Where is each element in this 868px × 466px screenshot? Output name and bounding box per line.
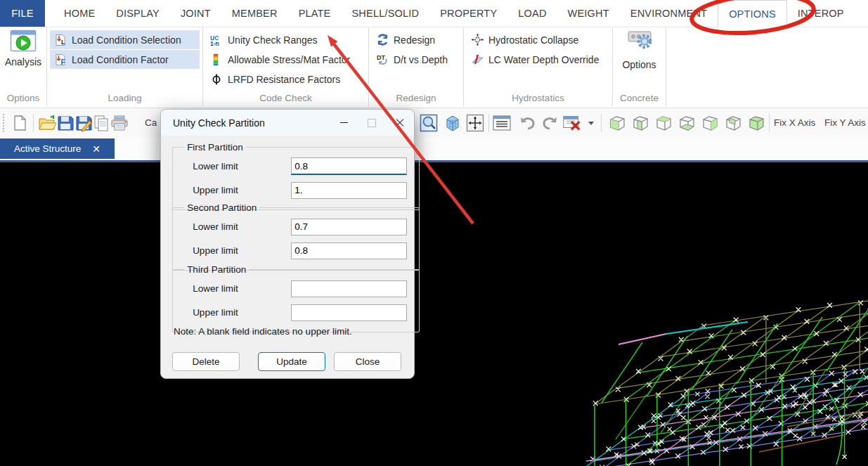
load-condition-factor-label: Load Condition Factor	[72, 54, 169, 65]
group-label-concrete: Concrete	[613, 93, 666, 103]
ribbon-group-hydrostatics: Hydrostatic Collapse LC Water Depth Over…	[464, 27, 613, 106]
print-icon[interactable]	[110, 113, 129, 133]
close-button[interactable]: Close	[334, 352, 401, 371]
unity-check-ranges-button[interactable]: UC 1-n Unity Check Ranges	[206, 30, 365, 49]
camera-label-partial: Ca	[145, 117, 157, 128]
load-condition-factor-button[interactable]: F Load Condition Factor	[50, 50, 200, 69]
first-upper-limit-input[interactable]	[291, 182, 407, 199]
second-upper-limit-input[interactable]	[291, 242, 407, 259]
report-icon[interactable]	[492, 113, 512, 133]
first-lower-limit-input[interactable]	[291, 157, 407, 175]
ribbon-group-loading: L Load Condition Selection F Load Condit…	[47, 27, 203, 106]
load-condition-selection-icon: L	[53, 33, 67, 47]
tab-options[interactable]: OPTIONS	[718, 0, 787, 27]
close-tab-icon[interactable]: ✕	[92, 143, 101, 155]
delete-button[interactable]: Delete	[172, 352, 240, 371]
load-condition-selection-button[interactable]: L Load Condition Selection	[50, 30, 200, 49]
view-cube-iso[interactable]	[746, 113, 766, 133]
unity-check-ranges-label: Unity Check Ranges	[228, 34, 318, 46]
tab-member[interactable]: MEMBER	[221, 0, 288, 27]
maximize-icon[interactable]	[358, 110, 386, 136]
open-file-icon[interactable]	[37, 113, 57, 133]
lrfd-factors-label: LRFD Resistance Factors	[228, 74, 340, 85]
dialog-title-bar[interactable]: Unity Check Partition	[161, 110, 414, 136]
view-cube-bottom[interactable]	[677, 113, 697, 133]
view-cube-top[interactable]	[654, 113, 673, 133]
unity-check-ranges-icon: UC 1-n	[209, 33, 224, 47]
view-tab-strip: Active Structure ✕	[0, 138, 868, 162]
hydrostatic-collapse-icon	[470, 33, 484, 47]
undo-icon[interactable]	[518, 113, 538, 133]
lc-water-depth-label: LC Water Depth Override	[488, 54, 599, 65]
third-upper-limit-label: Upper limit	[180, 307, 291, 318]
view-cube-front[interactable]	[630, 113, 650, 133]
tab-property[interactable]: PROPERTY	[429, 0, 507, 27]
third-lower-limit-input[interactable]	[291, 280, 407, 297]
tab-weight[interactable]: WEIGHT	[557, 0, 620, 27]
solid-view-icon[interactable]	[442, 113, 462, 133]
hydrostatic-collapse-button[interactable]: Hydrostatic Collapse	[467, 30, 609, 49]
ribbon-tab-bar: FILE HOME DISPLAY JOINT MEMBER PLATE SHE…	[0, 0, 868, 27]
model-viewport[interactable]	[0, 162, 868, 466]
hydrostatic-collapse-label: Hydrostatic Collapse	[488, 34, 578, 46]
first-lower-limit-label: Lower limit	[180, 161, 291, 171]
close-windows-icon[interactable]	[562, 113, 582, 133]
minimize-icon[interactable]	[330, 110, 358, 136]
second-lower-limit-label: Lower limit	[180, 221, 291, 232]
allowable-stress-icon	[209, 53, 224, 67]
tab-file[interactable]: FILE	[0, 0, 45, 27]
tab-interop[interactable]: INTEROP	[787, 0, 855, 27]
first-partition-legend: First Partition	[184, 142, 246, 153]
analysis-button[interactable]: Analysis	[0, 30, 46, 67]
first-upper-limit-label: Upper limit	[180, 185, 291, 195]
third-upper-limit-input[interactable]	[291, 304, 407, 321]
allowable-stress-button[interactable]: Allowable Stress/Mat Factor	[206, 50, 365, 69]
dt-vs-depth-button[interactable]: DT D/t vs Depth	[372, 50, 460, 69]
view-cube-right[interactable]	[700, 113, 720, 133]
lc-water-depth-icon	[470, 53, 484, 67]
tab-home[interactable]: HOME	[53, 0, 105, 27]
close-windows-dropdown-icon[interactable]	[588, 122, 594, 125]
toolbar-grip[interactable]	[2, 113, 6, 133]
fix-y-axis-button[interactable]: Fix Y Axis	[824, 117, 866, 128]
third-partition-group: Third Partition Lower limit Upper limit	[172, 264, 420, 332]
first-partition-group: First Partition Lower limit Upper limit	[172, 142, 420, 210]
fix-x-axis-button[interactable]: Fix X Axis	[774, 117, 815, 128]
second-upper-limit-label: Upper limit	[180, 245, 291, 256]
lrfd-factors-button[interactable]: LRFD Resistance Factors	[206, 70, 365, 89]
allowable-stress-label: Allowable Stress/Mat Factor	[228, 54, 350, 65]
tab-shell-solid[interactable]: SHELL/SOLID	[341, 0, 429, 27]
svg-text:F: F	[61, 58, 65, 65]
lc-water-depth-button[interactable]: LC Water Depth Override	[467, 50, 609, 69]
redesign-button[interactable]: Redesign	[372, 30, 460, 49]
pan-icon[interactable]	[465, 113, 485, 133]
second-partition-legend: Second Partition	[184, 202, 259, 213]
concrete-options-button[interactable]: Options	[613, 30, 666, 70]
redo-icon[interactable]	[540, 113, 559, 133]
active-structure-tab-label: Active Structure	[14, 143, 81, 154]
tab-environment[interactable]: ENVIRONMENT	[620, 0, 718, 27]
save-icon[interactable]	[56, 113, 75, 133]
dialog-title: Unity Check Partition	[161, 117, 330, 129]
active-structure-tab[interactable]: Active Structure ✕	[0, 138, 115, 159]
zoom-select-icon[interactable]	[419, 113, 439, 133]
concrete-options-label: Options	[622, 59, 656, 70]
view-cube-back[interactable]	[723, 113, 743, 133]
tab-plate[interactable]: PLATE	[288, 0, 342, 27]
tab-joint[interactable]: JOINT	[170, 0, 221, 27]
third-partition-legend: Third Partition	[184, 264, 249, 275]
redesign-icon	[375, 33, 389, 47]
update-button[interactable]: Update	[258, 352, 325, 371]
new-file-icon[interactable]	[10, 113, 30, 133]
second-lower-limit-input[interactable]	[291, 219, 407, 235]
svg-text:L: L	[61, 39, 65, 46]
view-cube-left[interactable]	[607, 113, 627, 133]
copy-icon[interactable]	[91, 113, 111, 133]
dialog-note: Note: A blank field indicates no upper l…	[174, 326, 352, 337]
tab-display[interactable]: DISPLAY	[105, 0, 170, 27]
lrfd-resistance-icon	[209, 72, 224, 86]
save-edit-icon[interactable]	[74, 113, 93, 133]
analysis-label: Analysis	[5, 56, 41, 67]
tab-load[interactable]: LOAD	[507, 0, 557, 27]
close-icon[interactable]	[386, 110, 414, 136]
